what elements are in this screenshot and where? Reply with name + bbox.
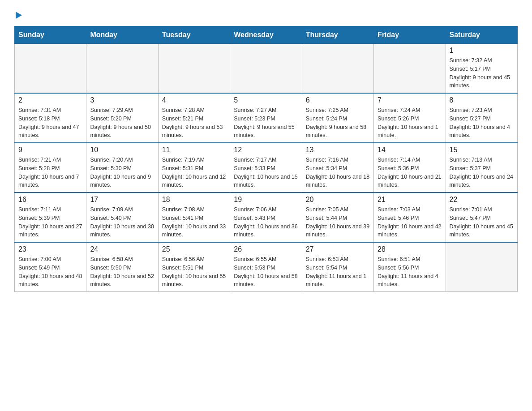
day-number: 11 bbox=[162, 146, 226, 154]
calendar-cell: 9Sunrise: 7:21 AMSunset: 5:28 PMDaylight… bbox=[15, 143, 86, 193]
calendar-week-1: 1Sunrise: 7:32 AMSunset: 5:17 PMDaylight… bbox=[15, 44, 518, 94]
day-info: Sunrise: 7:23 AMSunset: 5:27 PMDaylight:… bbox=[450, 106, 514, 140]
day-info: Sunrise: 6:58 AMSunset: 5:50 PMDaylight:… bbox=[90, 255, 154, 289]
day-info: Sunrise: 7:27 AMSunset: 5:23 PMDaylight:… bbox=[234, 106, 298, 140]
day-info: Sunrise: 6:55 AMSunset: 5:53 PMDaylight:… bbox=[234, 255, 298, 289]
calendar-cell: 13Sunrise: 7:16 AMSunset: 5:34 PMDayligh… bbox=[302, 143, 373, 193]
day-number: 28 bbox=[378, 245, 442, 253]
day-info: Sunrise: 7:28 AMSunset: 5:21 PMDaylight:… bbox=[162, 106, 226, 140]
calendar-cell: 4Sunrise: 7:28 AMSunset: 5:21 PMDaylight… bbox=[158, 93, 230, 143]
day-number: 1 bbox=[450, 47, 514, 55]
day-info: Sunrise: 7:00 AMSunset: 5:49 PMDaylight:… bbox=[18, 255, 82, 289]
calendar-cell: 27Sunrise: 6:53 AMSunset: 5:54 PMDayligh… bbox=[302, 242, 373, 292]
calendar-cell bbox=[446, 242, 517, 292]
calendar-cell: 20Sunrise: 7:05 AMSunset: 5:44 PMDayligh… bbox=[302, 193, 373, 242]
weekday-header-friday: Friday bbox=[374, 26, 446, 44]
calendar-cell: 22Sunrise: 7:01 AMSunset: 5:47 PMDayligh… bbox=[446, 193, 517, 242]
weekday-header-sunday: Sunday bbox=[15, 26, 86, 44]
calendar-cell: 14Sunrise: 7:14 AMSunset: 5:36 PMDayligh… bbox=[374, 143, 446, 193]
day-number: 10 bbox=[90, 146, 154, 154]
calendar-week-4: 16Sunrise: 7:11 AMSunset: 5:39 PMDayligh… bbox=[15, 193, 518, 242]
day-info: Sunrise: 7:29 AMSunset: 5:20 PMDaylight:… bbox=[90, 106, 154, 140]
day-number: 4 bbox=[162, 96, 226, 104]
day-number: 7 bbox=[378, 96, 442, 104]
day-info: Sunrise: 7:32 AMSunset: 5:17 PMDaylight:… bbox=[450, 56, 514, 90]
calendar-table: SundayMondayTuesdayWednesdayThursdayFrid… bbox=[14, 26, 518, 292]
day-info: Sunrise: 7:08 AMSunset: 5:41 PMDaylight:… bbox=[162, 206, 226, 239]
day-info: Sunrise: 7:13 AMSunset: 5:37 PMDaylight:… bbox=[450, 156, 514, 189]
day-number: 6 bbox=[306, 96, 370, 104]
weekday-header-saturday: Saturday bbox=[446, 26, 517, 44]
calendar-cell: 28Sunrise: 6:51 AMSunset: 5:56 PMDayligh… bbox=[374, 242, 446, 292]
day-info: Sunrise: 7:20 AMSunset: 5:30 PMDaylight:… bbox=[90, 156, 154, 189]
day-info: Sunrise: 7:09 AMSunset: 5:40 PMDaylight:… bbox=[90, 206, 154, 239]
calendar-cell: 24Sunrise: 6:58 AMSunset: 5:50 PMDayligh… bbox=[86, 242, 158, 292]
calendar-cell: 25Sunrise: 6:56 AMSunset: 5:51 PMDayligh… bbox=[158, 242, 230, 292]
day-info: Sunrise: 7:17 AMSunset: 5:33 PMDaylight:… bbox=[234, 156, 298, 189]
weekday-header-tuesday: Tuesday bbox=[158, 26, 230, 44]
calendar-week-3: 9Sunrise: 7:21 AMSunset: 5:28 PMDaylight… bbox=[15, 143, 518, 193]
calendar-cell: 1Sunrise: 7:32 AMSunset: 5:17 PMDaylight… bbox=[446, 44, 517, 94]
day-number: 9 bbox=[18, 146, 82, 154]
calendar-cell: 15Sunrise: 7:13 AMSunset: 5:37 PMDayligh… bbox=[446, 143, 517, 193]
calendar-cell: 21Sunrise: 7:03 AMSunset: 5:46 PMDayligh… bbox=[374, 193, 446, 242]
calendar-cell: 8Sunrise: 7:23 AMSunset: 5:27 PMDaylight… bbox=[446, 93, 517, 143]
day-info: Sunrise: 7:11 AMSunset: 5:39 PMDaylight:… bbox=[18, 206, 82, 239]
day-number: 18 bbox=[162, 196, 226, 204]
calendar-cell: 18Sunrise: 7:08 AMSunset: 5:41 PMDayligh… bbox=[158, 193, 230, 242]
logo bbox=[14, 11, 22, 19]
day-info: Sunrise: 7:31 AMSunset: 5:18 PMDaylight:… bbox=[18, 106, 82, 140]
day-number: 22 bbox=[450, 196, 514, 204]
day-number: 8 bbox=[450, 96, 514, 104]
day-number: 19 bbox=[234, 196, 298, 204]
calendar-cell: 12Sunrise: 7:17 AMSunset: 5:33 PMDayligh… bbox=[230, 143, 302, 193]
calendar-cell bbox=[86, 44, 158, 94]
calendar-cell: 3Sunrise: 7:29 AMSunset: 5:20 PMDaylight… bbox=[86, 93, 158, 143]
calendar-cell: 11Sunrise: 7:19 AMSunset: 5:31 PMDayligh… bbox=[158, 143, 230, 193]
page-header bbox=[14, 11, 518, 19]
day-info: Sunrise: 7:06 AMSunset: 5:43 PMDaylight:… bbox=[234, 206, 298, 239]
calendar-cell: 17Sunrise: 7:09 AMSunset: 5:40 PMDayligh… bbox=[86, 193, 158, 242]
day-info: Sunrise: 7:19 AMSunset: 5:31 PMDaylight:… bbox=[162, 156, 226, 189]
calendar-cell bbox=[158, 44, 230, 94]
day-info: Sunrise: 7:25 AMSunset: 5:24 PMDaylight:… bbox=[306, 106, 370, 140]
day-info: Sunrise: 7:01 AMSunset: 5:47 PMDaylight:… bbox=[450, 206, 514, 239]
calendar-cell: 6Sunrise: 7:25 AMSunset: 5:24 PMDaylight… bbox=[302, 93, 373, 143]
day-number: 2 bbox=[18, 96, 82, 104]
day-number: 17 bbox=[90, 196, 154, 204]
calendar-cell: 7Sunrise: 7:24 AMSunset: 5:26 PMDaylight… bbox=[374, 93, 446, 143]
day-info: Sunrise: 7:03 AMSunset: 5:46 PMDaylight:… bbox=[378, 206, 442, 239]
calendar-week-2: 2Sunrise: 7:31 AMSunset: 5:18 PMDaylight… bbox=[15, 93, 518, 143]
calendar-cell: 26Sunrise: 6:55 AMSunset: 5:53 PMDayligh… bbox=[230, 242, 302, 292]
day-number: 27 bbox=[306, 245, 370, 253]
day-info: Sunrise: 6:53 AMSunset: 5:54 PMDaylight:… bbox=[306, 255, 370, 289]
day-info: Sunrise: 7:14 AMSunset: 5:36 PMDaylight:… bbox=[378, 156, 442, 189]
day-info: Sunrise: 7:05 AMSunset: 5:44 PMDaylight:… bbox=[306, 206, 370, 239]
calendar-cell: 19Sunrise: 7:06 AMSunset: 5:43 PMDayligh… bbox=[230, 193, 302, 242]
weekday-header-row: SundayMondayTuesdayWednesdayThursdayFrid… bbox=[15, 26, 518, 44]
calendar-cell: 10Sunrise: 7:20 AMSunset: 5:30 PMDayligh… bbox=[86, 143, 158, 193]
day-number: 25 bbox=[162, 245, 226, 253]
day-number: 14 bbox=[378, 146, 442, 154]
calendar-week-5: 23Sunrise: 7:00 AMSunset: 5:49 PMDayligh… bbox=[15, 242, 518, 292]
day-number: 15 bbox=[450, 146, 514, 154]
day-info: Sunrise: 7:24 AMSunset: 5:26 PMDaylight:… bbox=[378, 106, 442, 140]
day-number: 5 bbox=[234, 96, 298, 104]
weekday-header-monday: Monday bbox=[86, 26, 158, 44]
day-number: 23 bbox=[18, 245, 82, 253]
day-number: 21 bbox=[378, 196, 442, 204]
day-number: 3 bbox=[90, 96, 154, 104]
calendar-cell: 23Sunrise: 7:00 AMSunset: 5:49 PMDayligh… bbox=[15, 242, 86, 292]
day-info: Sunrise: 7:16 AMSunset: 5:34 PMDaylight:… bbox=[306, 156, 370, 189]
day-number: 16 bbox=[18, 196, 82, 204]
calendar-cell: 16Sunrise: 7:11 AMSunset: 5:39 PMDayligh… bbox=[15, 193, 86, 242]
calendar-cell: 5Sunrise: 7:27 AMSunset: 5:23 PMDaylight… bbox=[230, 93, 302, 143]
day-number: 13 bbox=[306, 146, 370, 154]
day-number: 26 bbox=[234, 245, 298, 253]
calendar-cell bbox=[15, 44, 86, 94]
weekday-header-wednesday: Wednesday bbox=[230, 26, 302, 44]
day-number: 20 bbox=[306, 196, 370, 204]
calendar-cell: 2Sunrise: 7:31 AMSunset: 5:18 PMDaylight… bbox=[15, 93, 86, 143]
day-number: 24 bbox=[90, 245, 154, 253]
day-number: 12 bbox=[234, 146, 298, 154]
